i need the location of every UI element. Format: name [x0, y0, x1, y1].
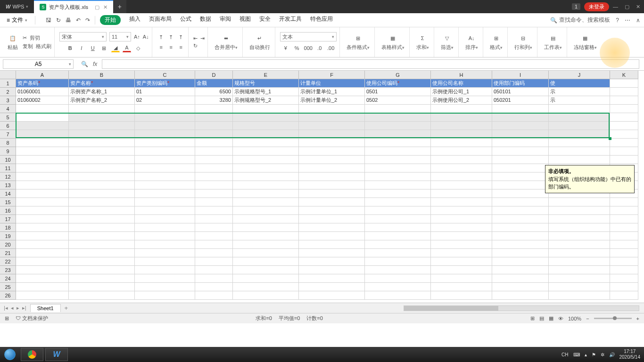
cell[interactable]: [299, 156, 365, 164]
italic-button[interactable]: I: [77, 44, 86, 52]
cell[interactable]: [135, 198, 195, 206]
zoom-out-button[interactable]: −: [586, 316, 589, 321]
cell[interactable]: 使用公司名称: [431, 79, 492, 88]
cell[interactable]: [431, 122, 492, 130]
horizontal-scrollbar[interactable]: [404, 305, 639, 311]
col-header[interactable]: C: [135, 71, 195, 79]
cell[interactable]: [492, 189, 549, 198]
decrease-font-icon[interactable]: A↓: [143, 34, 149, 40]
row-header[interactable]: 12: [0, 173, 16, 181]
cell[interactable]: [365, 240, 431, 249]
cell[interactable]: [135, 249, 195, 257]
format-button[interactable]: ⊞格式▾: [488, 33, 504, 51]
cell[interactable]: [16, 198, 69, 206]
cell[interactable]: [195, 198, 233, 206]
cell[interactable]: [69, 164, 135, 173]
cell[interactable]: 示例资产名称_1: [69, 88, 135, 96]
row-header[interactable]: 16: [0, 206, 16, 215]
qat-redo-icon[interactable]: ↷: [85, 17, 90, 24]
cell[interactable]: [299, 181, 365, 189]
cell[interactable]: [16, 232, 69, 240]
row-header[interactable]: 26: [0, 291, 16, 300]
cell[interactable]: [492, 173, 549, 181]
cell[interactable]: [365, 164, 431, 173]
cell[interactable]: 050101: [492, 88, 549, 96]
cell[interactable]: [610, 283, 638, 291]
cell[interactable]: 示例资产名称_2: [69, 96, 135, 105]
indent-increase-icon[interactable]: ⇥: [200, 35, 205, 41]
cond-format-button[interactable]: ⊞条件格式▾: [345, 33, 372, 51]
cell[interactable]: [431, 113, 492, 122]
align-right-icon[interactable]: ≡: [177, 43, 185, 51]
cell[interactable]: [492, 223, 549, 232]
cell[interactable]: [233, 274, 299, 283]
cell[interactable]: 金额: [195, 79, 233, 88]
cell[interactable]: [365, 283, 431, 291]
row-header[interactable]: 11: [0, 164, 16, 173]
worksheet-button[interactable]: ▤工作表▾: [542, 33, 564, 51]
cell[interactable]: [135, 189, 195, 198]
cell[interactable]: [549, 257, 610, 266]
col-header[interactable]: E: [233, 71, 299, 79]
cell[interactable]: [195, 232, 233, 240]
cell[interactable]: [431, 283, 492, 291]
minimize-icon[interactable]: —: [613, 4, 618, 10]
cell[interactable]: [299, 139, 365, 147]
cell[interactable]: [549, 156, 610, 164]
cell[interactable]: [233, 215, 299, 223]
tray-keyboard-icon[interactable]: ⌨: [573, 352, 580, 357]
view-pagebreak-icon[interactable]: ▤: [539, 315, 544, 321]
tab-security[interactable]: 安全: [259, 15, 271, 25]
cell[interactable]: 示例计量单位_2: [299, 96, 365, 105]
cell[interactable]: [365, 206, 431, 215]
cell[interactable]: [549, 266, 610, 274]
cell[interactable]: [549, 283, 610, 291]
cell[interactable]: 6500: [195, 88, 233, 96]
cell[interactable]: 示例计量单位_1: [299, 88, 365, 96]
cell[interactable]: [431, 249, 492, 257]
cell[interactable]: [69, 223, 135, 232]
cell[interactable]: [69, 198, 135, 206]
cell[interactable]: [135, 139, 195, 147]
cell[interactable]: [492, 266, 549, 274]
col-header[interactable]: D: [195, 71, 233, 79]
cell[interactable]: [69, 181, 135, 189]
cell[interactable]: [16, 215, 69, 223]
row-header[interactable]: 21: [0, 249, 16, 257]
cell[interactable]: [610, 122, 638, 130]
number-format-select[interactable]: 文本▾: [280, 32, 337, 41]
zoom-level[interactable]: 100%: [568, 316, 581, 321]
cell[interactable]: [365, 189, 431, 198]
cell[interactable]: [195, 113, 233, 122]
cell[interactable]: [233, 283, 299, 291]
col-header[interactable]: G: [365, 71, 431, 79]
cell[interactable]: [69, 156, 135, 164]
cell[interactable]: 资产名称*: [69, 79, 135, 88]
cell[interactable]: [549, 274, 610, 283]
cell[interactable]: [365, 274, 431, 283]
cell[interactable]: [16, 266, 69, 274]
cell[interactable]: [299, 122, 365, 130]
cell[interactable]: [135, 113, 195, 122]
cell[interactable]: [135, 122, 195, 130]
row-header[interactable]: 9: [0, 147, 16, 156]
clear-format-button[interactable]: ◇: [134, 44, 142, 52]
cell[interactable]: [365, 105, 431, 113]
zoom-in-button[interactable]: +: [636, 316, 639, 321]
cell[interactable]: [610, 215, 638, 223]
cell[interactable]: [69, 122, 135, 130]
cell[interactable]: [492, 130, 549, 139]
cell[interactable]: [492, 291, 549, 300]
orientation-icon[interactable]: ↻: [193, 43, 198, 49]
cell[interactable]: [195, 147, 233, 156]
cell[interactable]: [492, 274, 549, 283]
cell[interactable]: [135, 283, 195, 291]
increase-decimal-button[interactable]: .0: [315, 44, 324, 52]
cell[interactable]: [195, 274, 233, 283]
cell[interactable]: [549, 215, 610, 223]
collapse-ribbon-icon[interactable]: ∧: [636, 17, 640, 24]
cell[interactable]: [69, 139, 135, 147]
underline-button[interactable]: U: [89, 44, 97, 52]
cell[interactable]: [431, 181, 492, 189]
cell[interactable]: [195, 189, 233, 198]
